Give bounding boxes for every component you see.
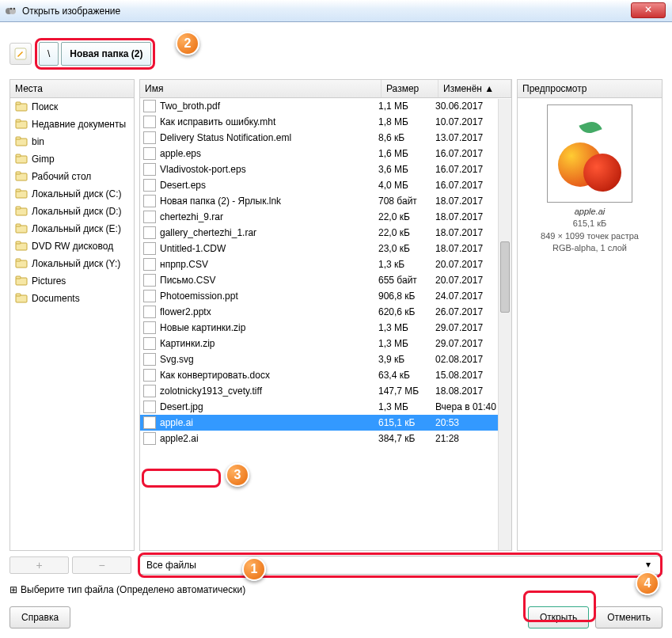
file-name: Untitled-1.CDW	[160, 243, 226, 254]
files-header: Имя Размер Изменён ▲	[140, 80, 511, 98]
folder-icon	[15, 188, 28, 200]
file-icon	[143, 385, 156, 397]
open-button[interactable]: Открыть	[528, 606, 589, 629]
file-row[interactable]: нпрпр.CSV1,3 кБ20.07.2017	[140, 256, 511, 272]
file-size: 906,8 кБ	[378, 291, 435, 302]
place-item[interactable]: Documents	[10, 290, 134, 307]
file-row[interactable]: apple.ai615,1 кБ20:53	[140, 415, 511, 431]
file-row[interactable]: zolotnicky1913_cvety.tiff147,7 МБ18.08.2…	[140, 383, 511, 399]
folder-icon	[15, 135, 28, 148]
place-item[interactable]: DVD RW дисковод	[10, 237, 134, 255]
places-header[interactable]: Места	[10, 80, 134, 98]
file-icon	[143, 401, 156, 413]
file-filter-combo[interactable]: Все файлы ▾	[139, 556, 663, 575]
col-name[interactable]: Имя	[140, 80, 382, 97]
file-row[interactable]: Photoemission.ppt906,8 кБ24.07.2017	[140, 288, 511, 304]
file-name: chertezhi_9.rar	[160, 211, 223, 222]
file-name: apple.eps	[160, 148, 201, 159]
file-icon	[143, 147, 156, 160]
file-size: 1,3 МБ	[378, 401, 435, 412]
scroll-thumb[interactable]	[500, 241, 510, 313]
preview-panel: Предпросмотр apple.ai 615,1 кБ 849 × 109…	[517, 79, 663, 551]
preview-thumbnail	[547, 104, 632, 203]
file-row[interactable]: Как исправить ошибку.mht1,8 МБ10.07.2017	[140, 114, 511, 130]
folder-icon	[15, 170, 28, 183]
col-modified[interactable]: Изменён ▲	[439, 80, 511, 97]
titlebar: Открыть изображение ✕	[0, 0, 672, 22]
place-item[interactable]: Локальный диск (D:)	[10, 203, 134, 220]
preview-filename: apple.ai	[521, 206, 659, 218]
file-size: 708 байт	[378, 196, 435, 207]
help-button[interactable]: Справка	[9, 606, 70, 629]
file-icon	[143, 131, 156, 144]
file-row[interactable]: Desert.eps4,0 МБ16.07.2017	[140, 177, 511, 193]
file-row[interactable]: apple2.ai384,7 кБ21:28	[140, 431, 511, 446]
file-name: apple2.ai	[160, 433, 199, 444]
file-size: 147,7 МБ	[378, 385, 435, 397]
filter-label: Все файлы	[146, 560, 196, 571]
folder-icon	[15, 205, 28, 218]
file-icon	[143, 274, 156, 287]
file-row[interactable]: Desert.jpg1,3 МБВчера в 01:40	[140, 399, 511, 415]
file-name: Как конвертировать.docx	[160, 370, 270, 381]
file-row[interactable]: Новые картинки.zip1,3 МБ29.07.2017	[140, 320, 511, 336]
file-size: 4,0 МБ	[378, 180, 435, 191]
file-row[interactable]: Vladivostok-port.eps3,6 МБ16.07.2017	[140, 161, 511, 177]
place-item[interactable]: Pictures	[10, 272, 134, 290]
callout-3: 3	[226, 463, 249, 487]
file-name: Новая папка (2) - Ярлык.lnk	[160, 196, 281, 207]
add-place-button[interactable]: +	[9, 556, 69, 574]
folder-icon	[15, 292, 28, 305]
file-row[interactable]: Two_broth.pdf1,1 МБ30.06.2017	[140, 98, 511, 114]
file-row[interactable]: Картинки.zip1,3 МБ29.07.2017	[140, 336, 511, 351]
file-row[interactable]: apple.eps1,6 МБ16.07.2017	[140, 146, 511, 161]
svg-rect-6	[16, 102, 21, 104]
file-icon	[143, 306, 156, 318]
file-name: Новые картинки.zip	[160, 322, 245, 333]
files-panel: Имя Размер Изменён ▲ Two_broth.pdf1,1 МБ…	[139, 79, 512, 551]
place-label: Поиск	[32, 101, 58, 112]
file-row[interactable]: Как конвертировать.docx63,4 кБ15.08.2017	[140, 367, 511, 383]
place-item[interactable]: Локальный диск (Y:)	[10, 255, 134, 272]
file-icon	[143, 116, 156, 128]
col-size[interactable]: Размер	[382, 80, 439, 97]
place-item[interactable]: Недавние документы	[10, 116, 134, 133]
place-label: Локальный диск (E:)	[32, 223, 121, 234]
place-label: DVD RW дисковод	[32, 241, 113, 252]
folder-icon	[15, 101, 28, 113]
place-item[interactable]: Поиск	[10, 98, 134, 116]
edit-path-button[interactable]	[9, 43, 32, 65]
file-size: 1,3 МБ	[378, 322, 435, 333]
vertical-scrollbar[interactable]	[498, 99, 511, 550]
path-segment-root[interactable]: \	[39, 42, 59, 66]
folder-icon	[15, 153, 28, 165]
path-segment-current[interactable]: Новая папка (2)	[61, 42, 151, 66]
place-item[interactable]: Рабочий стол	[10, 168, 134, 185]
file-row[interactable]: Письмо.CSV655 байт20.07.2017	[140, 272, 511, 288]
file-name: Письмо.CSV	[160, 275, 216, 286]
close-button[interactable]: ✕	[631, 2, 666, 18]
file-row[interactable]: gallery_chertezhi_1.rar22,0 кБ18.07.2017	[140, 225, 511, 241]
place-item[interactable]: bin	[10, 133, 134, 150]
file-row[interactable]: flower2.pptx620,6 кБ26.07.2017	[140, 304, 511, 320]
place-item[interactable]: Локальный диск (E:)	[10, 220, 134, 237]
place-item[interactable]: Локальный диск (C:)	[10, 185, 134, 203]
file-name: Svg.svg	[160, 354, 194, 365]
file-icon	[143, 290, 156, 302]
file-row[interactable]: Untitled-1.CDW23,0 кБ18.07.2017	[140, 241, 511, 256]
place-item[interactable]: Gimp	[10, 150, 134, 168]
file-row[interactable]: chertezhi_9.rar22,0 кБ18.07.2017	[140, 209, 511, 225]
place-label: bin	[32, 136, 44, 147]
callout-1: 1	[242, 557, 266, 581]
remove-place-button[interactable]: −	[72, 556, 131, 574]
file-size: 3,6 МБ	[378, 164, 435, 175]
file-name: Photoemission.ppt	[160, 291, 238, 302]
file-row[interactable]: Delivery Status Notification.eml8,6 кБ13…	[140, 130, 511, 146]
file-row[interactable]: Новая папка (2) - Ярлык.lnk708 байт18.07…	[140, 193, 511, 209]
expand-filetype-row[interactable]: ⊞ Выберите тип файла (Определено автомат…	[9, 584, 663, 595]
cancel-button[interactable]: Отменить	[595, 606, 663, 629]
expand-icon: ⊞	[9, 584, 17, 595]
preview-mode: RGB-alpha, 1 слой	[521, 242, 659, 254]
file-row[interactable]: Svg.svg3,9 кБ02.08.2017	[140, 351, 511, 367]
folder-icon	[15, 257, 28, 270]
